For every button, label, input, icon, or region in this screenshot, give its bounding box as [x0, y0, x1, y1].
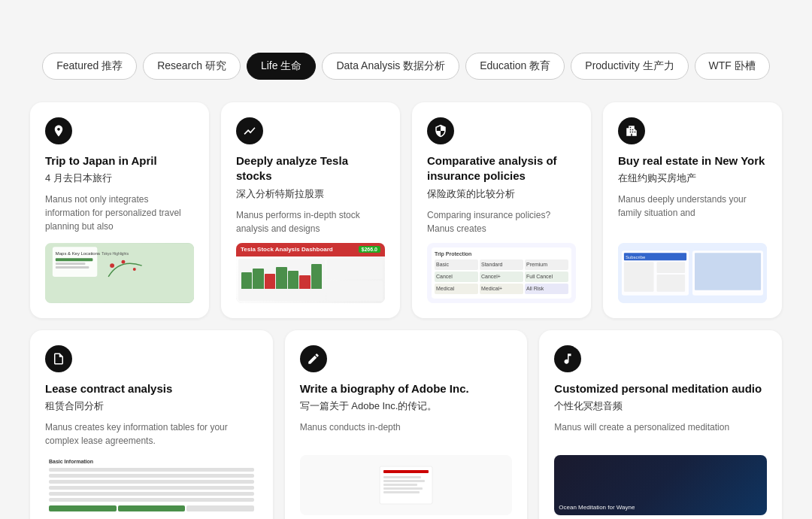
- card-icon-map: [45, 117, 72, 144]
- card-title-en-adobe: Write a biography of Adobe Inc.: [300, 381, 513, 396]
- card-image-insurance: Trip Protection Basic Standard Premium C…: [427, 243, 576, 303]
- card-image-lease: Basic Information: [45, 455, 258, 515]
- svg-text:Tokyo Highlights: Tokyo Highlights: [102, 252, 129, 256]
- card-title-en-japan: Trip to Japan in April: [45, 153, 194, 168]
- card-title-zh-tesla: 深入分析特斯拉股票: [236, 187, 385, 201]
- card-title-zh-japan: 4 月去日本旅行: [45, 171, 194, 185]
- card-desc-tesla: Manus performs in-depth stock analysis a…: [236, 208, 385, 235]
- svg-text:Maps & Key Locations: Maps & Key Locations: [56, 251, 100, 256]
- card-meditation[interactable]: Customized personal meditation audio个性化冥…: [539, 330, 782, 520]
- card-title-en-tesla: Deeply analyze Tesla stocks: [236, 153, 385, 184]
- card-insurance[interactable]: Comparative analysis of insurance polici…: [412, 102, 591, 318]
- card-title-en-meditation: Customized personal meditation audio: [554, 381, 767, 396]
- card-image-realestate: Subscribe: [618, 243, 767, 303]
- card-icon-music: [554, 345, 581, 372]
- tab-bar: Featured 推荐Research 研究Life 生命Data Analys…: [30, 53, 782, 80]
- card-desc-adobe: Manus conducts in-depth: [300, 420, 513, 448]
- tab-data-analysis[interactable]: Data Analysis 数据分析: [322, 53, 459, 80]
- svg-rect-15: [656, 262, 685, 273]
- card-image-adobe: [300, 455, 513, 515]
- card-icon-pen: [300, 345, 327, 372]
- card-image-meditation: Ocean Meditation for Wayne: [554, 455, 767, 515]
- card-japan[interactable]: Trip to Japan in April4 月去日本旅行Manus not …: [30, 102, 209, 318]
- card-desc-japan: Manus not only integrates information fo…: [45, 193, 194, 235]
- card-icon-building: [618, 117, 645, 144]
- svg-rect-24: [383, 484, 417, 486]
- card-image-japan: Maps & Key Locations Tokyo Highlights: [45, 243, 194, 303]
- tab-research[interactable]: Research 研究: [143, 53, 241, 80]
- svg-point-9: [133, 268, 136, 271]
- card-desc-meditation: Manus will create a personalized meditat…: [554, 420, 767, 448]
- card-icon-shield: [427, 117, 454, 144]
- card-lease[interactable]: Lease contract analysis租赁合同分析Manus creat…: [30, 330, 273, 520]
- svg-rect-3: [56, 258, 93, 261]
- svg-rect-4: [56, 263, 86, 265]
- tab-featured[interactable]: Featured 推荐: [42, 53, 137, 80]
- card-image-tesla: Tesla Stock Analysis Dashboard $266.0: [236, 243, 385, 303]
- svg-point-7: [110, 263, 114, 268]
- card-title-en-lease: Lease contract analysis: [45, 381, 258, 396]
- card-desc-insurance: Comparing insurance policies? Manus crea…: [427, 208, 576, 235]
- tab-productivity[interactable]: Productivity 生产力: [571, 53, 688, 80]
- bottom-cards-grid: Lease contract analysis租赁合同分析Manus creat…: [30, 330, 782, 520]
- svg-rect-18: [695, 253, 761, 290]
- card-realestate[interactable]: Buy real estate in New York在纽约购买房地产Manus…: [603, 102, 782, 318]
- tab-education[interactable]: Education 教育: [465, 53, 565, 80]
- card-title-zh-lease: 租赁合同分析: [45, 399, 258, 413]
- svg-text:Subscribe: Subscribe: [626, 255, 646, 260]
- card-icon-document: [45, 345, 72, 372]
- card-title-zh-adobe: 写一篇关于 Adobe Inc.的传记。: [300, 399, 513, 413]
- svg-rect-26: [383, 491, 420, 493]
- card-desc-lease: Manus creates key information tables for…: [45, 420, 258, 448]
- card-title-zh-realestate: 在纽约购买房地产: [618, 171, 767, 185]
- card-tesla[interactable]: Deeply analyze Tesla stocks深入分析特斯拉股票Manu…: [221, 102, 400, 318]
- svg-point-8: [121, 260, 125, 263]
- card-adobe[interactable]: Write a biography of Adobe Inc.写一篇关于 Ado…: [285, 330, 528, 520]
- card-title-en-realestate: Buy real estate in New York: [618, 153, 767, 168]
- card-title-zh-insurance: 保险政策的比较分析: [427, 187, 576, 201]
- tab-life[interactable]: Life 生命: [247, 53, 316, 80]
- svg-rect-25: [383, 487, 423, 490]
- top-cards-grid: Trip to Japan in April4 月去日本旅行Manus not …: [30, 102, 782, 318]
- card-desc-realestate: Manus deeply understands your family sit…: [618, 193, 767, 235]
- svg-rect-23: [383, 480, 425, 482]
- svg-rect-14: [624, 262, 654, 292]
- card-title-en-insurance: Comparative analysis of insurance polici…: [427, 153, 576, 184]
- svg-rect-16: [656, 274, 685, 291]
- tab-wtf[interactable]: WTF 卧槽: [695, 53, 770, 80]
- card-icon-chart: [236, 117, 263, 144]
- card-title-zh-meditation: 个性化冥想音频: [554, 399, 767, 413]
- svg-rect-5: [56, 266, 89, 269]
- svg-rect-21: [383, 470, 429, 473]
- svg-rect-22: [383, 476, 421, 478]
